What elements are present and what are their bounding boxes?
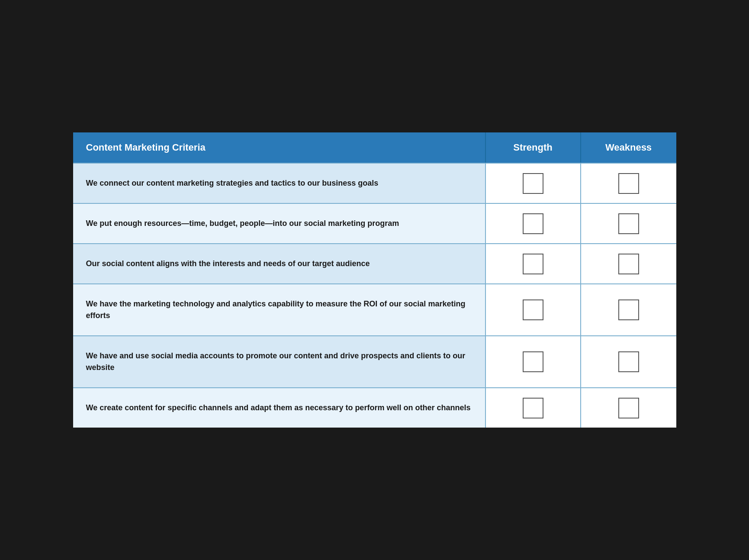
strength-checkbox-cell xyxy=(486,284,581,335)
table-header: Content Marketing Criteria Strength Weak… xyxy=(73,132,676,163)
strength-checkbox-cell xyxy=(486,244,581,283)
weakness-checkbox-cell xyxy=(581,284,676,335)
weakness-checkbox-cell xyxy=(581,164,676,203)
table-row: We connect our content marketing strateg… xyxy=(73,163,676,203)
strength-checkbox[interactable] xyxy=(523,398,543,418)
strength-checkbox[interactable] xyxy=(523,351,543,372)
table-row: We put enough resources—time, budget, pe… xyxy=(73,203,676,243)
weakness-checkbox[interactable] xyxy=(618,351,639,372)
strength-checkbox-cell xyxy=(486,204,581,243)
weakness-checkbox-cell xyxy=(581,388,676,428)
weakness-checkbox-cell xyxy=(581,336,676,387)
table-row: We create content for specific channels … xyxy=(73,387,676,428)
criteria-cell: We create content for specific channels … xyxy=(73,388,486,428)
weakness-header: Weakness xyxy=(581,132,676,163)
criteria-header: Content Marketing Criteria xyxy=(73,132,486,163)
strength-checkbox[interactable] xyxy=(523,173,543,194)
weakness-checkbox[interactable] xyxy=(618,213,639,234)
criteria-cell: We have and use social media accounts to… xyxy=(73,336,486,387)
strength-checkbox-cell xyxy=(486,388,581,428)
weakness-checkbox[interactable] xyxy=(618,299,639,320)
table-body: We connect our content marketing strateg… xyxy=(73,163,676,428)
strength-checkbox-cell xyxy=(486,336,581,387)
table-row: Our social content aligns with the inter… xyxy=(73,243,676,283)
weakness-checkbox-cell xyxy=(581,244,676,283)
weakness-checkbox[interactable] xyxy=(618,254,639,274)
weakness-checkbox-cell xyxy=(581,204,676,243)
content-marketing-table: Content Marketing Criteria Strength Weak… xyxy=(72,131,678,429)
strength-checkbox[interactable] xyxy=(523,299,543,320)
table-row: We have the marketing technology and ana… xyxy=(73,283,676,335)
criteria-cell: Our social content aligns with the inter… xyxy=(73,244,486,283)
criteria-cell: We put enough resources—time, budget, pe… xyxy=(73,204,486,243)
table-row: We have and use social media accounts to… xyxy=(73,335,676,387)
strength-checkbox[interactable] xyxy=(523,213,543,234)
strength-header: Strength xyxy=(486,132,581,163)
weakness-checkbox[interactable] xyxy=(618,173,639,194)
weakness-checkbox[interactable] xyxy=(618,398,639,418)
criteria-cell: We have the marketing technology and ana… xyxy=(73,284,486,335)
strength-checkbox-cell xyxy=(486,164,581,203)
strength-checkbox[interactable] xyxy=(523,254,543,274)
criteria-cell: We connect our content marketing strateg… xyxy=(73,164,486,203)
